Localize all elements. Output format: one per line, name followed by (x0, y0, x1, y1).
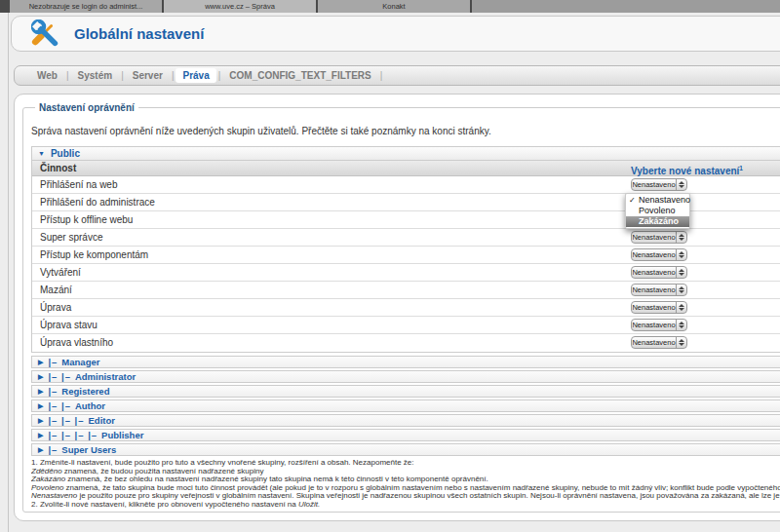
chevron-right-icon: ▶ (38, 444, 43, 455)
footnote-segment: Nenastaveno (31, 492, 77, 500)
permissions-table: Činnost Vyberte nové nastavení1 Přihláše… (31, 161, 780, 353)
permission-row: Přihlášení na web Nenastaveno (32, 176, 780, 194)
dropdown-menu-item[interactable]: ✓ Nenastaveno (626, 195, 689, 206)
setting-select[interactable]: Nenastaveno (631, 301, 687, 314)
setting-select[interactable]: Nenastaveno (631, 178, 687, 191)
group-accordion-list: ▶ |– Manager ▶ |– |– Administrator ▶ |– … (31, 356, 780, 456)
browser-tab[interactable]: Konakt (318, 0, 470, 13)
group-accordion-bar[interactable]: ▶ |– Super Users (31, 443, 780, 456)
config-tab[interactable]: COM_CONFIG_TEXT_FILTERS (222, 68, 377, 83)
permission-row: Mazání Nenastaveno (32, 282, 780, 299)
browser-tab[interactable]: www.uve.cz – Správa (164, 0, 316, 13)
footnote-line: Zděděno znamená, že budou použita nastav… (31, 468, 780, 476)
action-label: Mazání (32, 285, 72, 295)
config-tab[interactable]: Systém (71, 68, 120, 83)
setting-select[interactable]: Nenastaveno (631, 284, 687, 296)
footnote-line: Zakázáno znamená, že bez ohledu na nasta… (31, 475, 780, 484)
browser-tab[interactable]: Nezobrazuje se login do administ... (10, 0, 162, 13)
group-label: Author (75, 400, 105, 411)
group-accordion-bar[interactable]: ▶ |– Manager (31, 356, 780, 368)
select-stepper-icon (676, 320, 686, 330)
group-accordion-bar[interactable]: ▶ |– |– |– |– Publisher (31, 429, 780, 441)
chevron-right-icon: ▶ (38, 400, 43, 411)
chevron-right-icon: ▶ (38, 371, 43, 382)
group-label: Registered (61, 386, 109, 397)
permission-row: Úprava vlastního Nenastaveno (32, 334, 780, 352)
permission-row: Úprava stavu Nenastaveno (32, 317, 780, 334)
group-label: Manager (61, 357, 99, 367)
select-stepper-icon (676, 302, 686, 313)
group-accordion-bar[interactable]: ▶ |– |– |– Editor (31, 414, 780, 427)
dropdown-menu-item[interactable]: Zakázáno (626, 216, 689, 227)
setting-select[interactable]: Nenastaveno (631, 248, 687, 261)
config-tab[interactable]: Práva (176, 68, 215, 83)
footnote-ref: 1 (739, 165, 743, 171)
group-indent-prefix: |– (48, 386, 58, 397)
dropdown-menu-item[interactable]: Povoleno (626, 206, 689, 216)
group-indent-prefix: |– (48, 357, 58, 367)
footnote-segment: Zděděno (31, 468, 62, 475)
permission-row: Přístup ke komponentám Nenastaveno (32, 247, 780, 264)
group-accordion-bar[interactable]: ▶ |– Registered (31, 385, 780, 398)
group-accordion-bar[interactable]: ▶ |– |– Author (31, 399, 780, 412)
group-indent-prefix: |– |– (48, 400, 71, 411)
action-label: Vytváření (32, 267, 81, 278)
footnote-line: 2. Zvolíte-li nové nastavení, klikněte p… (31, 501, 780, 510)
config-tab[interactable]: Web (30, 68, 64, 83)
group-indent-prefix: |– |– |– |– (48, 430, 98, 440)
permissions-fieldset: Nastavení oprávnění Správa nastavení opr… (22, 102, 780, 513)
chevron-right-icon: ▶ (38, 430, 43, 440)
group-label: Administrator (75, 371, 136, 382)
group-accordion-bar[interactable]: ▶ |– |– Administrator (31, 370, 780, 383)
action-label: Úprava vlastního (32, 337, 113, 348)
footnote-line: Povoleno znamená, že tato skupina bude m… (31, 484, 780, 493)
footnote-segment: 1. Změníte-li nastavení, bude použito pr… (31, 459, 414, 467)
group-label: Editor (89, 415, 115, 426)
global-config-icon (31, 19, 60, 49)
viewport: Nezobrazuje se login do administ...www.u… (0, 0, 780, 532)
action-label: Přístup ke komponentám (32, 249, 148, 260)
config-tab[interactable]: Server (126, 68, 170, 83)
setting-select[interactable]: Nenastaveno (631, 319, 687, 331)
action-label: Přihlášení na web (32, 179, 118, 190)
admin-header: Globální nastavení (11, 16, 780, 52)
select-dropdown-menu: ✓ Nenastaveno Povoleno Zakázáno (625, 193, 690, 229)
footnotes: 1. Změníte-li nastavení, bude použito pr… (31, 459, 780, 510)
fieldset-legend: Nastavení oprávnění (35, 102, 138, 113)
tab-separator: | (66, 70, 69, 81)
group-accordion-public[interactable]: ▼ Public (31, 146, 780, 161)
check-icon: ✓ (629, 195, 636, 206)
permission-row: Úprava Nenastaveno (32, 299, 780, 317)
setting-select[interactable]: Nenastaveno (631, 231, 687, 244)
chevron-down-icon: ▼ (38, 150, 45, 157)
footnote-line: 1. Změníte-li nastavení, bude použito pr… (31, 459, 780, 468)
select-stepper-icon (676, 285, 686, 295)
select-stepper-icon (676, 249, 686, 260)
action-column-header: Činnost (32, 163, 76, 173)
setting-select[interactable]: Nenastaveno (631, 266, 687, 279)
browser-tabbar-filler (472, 0, 780, 13)
action-label: Přístup k offline webu (32, 214, 133, 225)
footnote-segment: je použito pouze pro skupiny veřejnosti … (77, 492, 780, 500)
group-label: Super Users (61, 444, 116, 455)
table-header-row: Činnost Vyberte nové nastavení1 (32, 161, 780, 176)
footnote-segment: Zakázáno (31, 475, 65, 483)
tab-separator: | (172, 70, 175, 81)
config-tab-strip: Web|Systém|Server|Práva|COM_CONFIG_TEXT_… (14, 65, 780, 86)
footnote-segment: Povoleno (31, 484, 63, 492)
chevron-right-icon: ▶ (38, 386, 43, 397)
action-label: Úprava (32, 302, 71, 313)
admin-page: Globální nastavení Web|Systém|Server|Prá… (8, 13, 780, 532)
footnote-line: Nenastaveno je použito pouze pro skupiny… (31, 492, 780, 501)
footnote-segment: znamená, že budou použita nastavení nadř… (62, 468, 264, 475)
setting-select[interactable]: Nenastaveno (631, 336, 687, 349)
footnote-segment: znamená, že bez ohledu na nastavení nadř… (65, 475, 488, 483)
footnote-segment: 2. Zvolíte-li nové nastavení, klikněte p… (31, 501, 298, 509)
footnote-segment: znamená, že tato skupina bude moci tuto … (63, 484, 780, 492)
main-panel: Nastavení oprávnění Správa nastavení opr… (14, 94, 780, 521)
group-label: Publisher (101, 430, 143, 440)
select-stepper-icon (676, 232, 686, 243)
tab-separator: | (380, 70, 383, 81)
description-text: Správa nastavení oprávnění níže uvedenýc… (31, 126, 780, 136)
action-label: Super správce (32, 232, 102, 243)
